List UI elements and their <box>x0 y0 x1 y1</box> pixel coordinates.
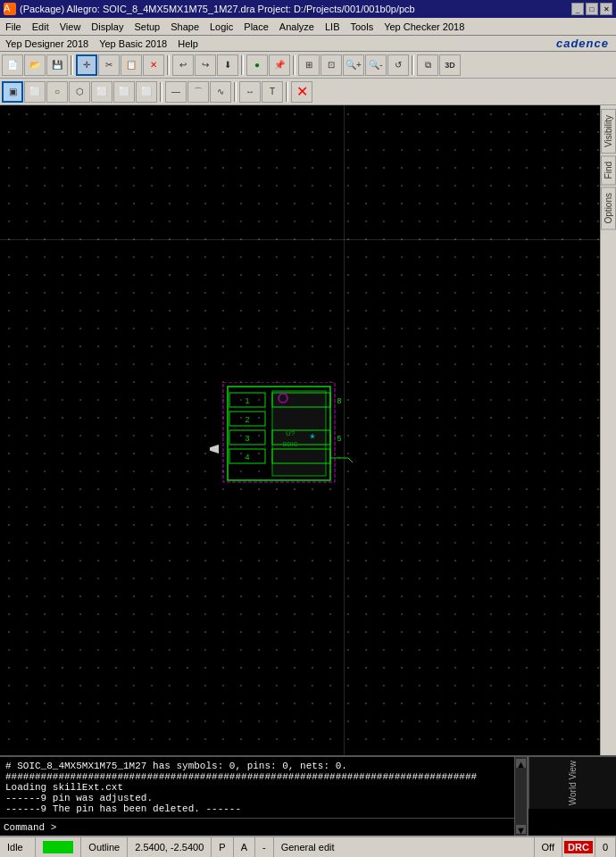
worldview-canvas <box>529 809 616 836</box>
pcb-component: 1 2 3 4 8 5 - U? SOIC * <box>210 382 370 485</box>
menu-display[interactable]: Display <box>86 20 129 34</box>
menu-tools[interactable]: Tools <box>345 20 379 34</box>
copy-button[interactable]: 📋 <box>121 54 142 76</box>
pin-button[interactable]: 📌 <box>269 54 290 76</box>
submenu-yep-basic[interactable]: Yep Basic 2018 <box>94 37 172 50</box>
menu-logic[interactable]: Logic <box>204 20 238 34</box>
arc-button[interactable]: ⌒ <box>187 81 209 103</box>
sidebar-tab-options[interactable]: Options <box>601 187 616 229</box>
run-button[interactable]: ● <box>246 54 268 76</box>
menu-setup[interactable]: Setup <box>129 20 165 34</box>
zoom-fit-button[interactable]: ⊞ <box>298 54 320 76</box>
status-general-edit: General edit <box>274 837 535 857</box>
redo-button[interactable]: ↪ <box>195 54 216 76</box>
dash-label: - <box>262 842 266 853</box>
scroll-up[interactable]: ▲ <box>516 759 526 768</box>
rect-button[interactable]: ⬜ <box>24 81 46 103</box>
status-drc: DRC <box>562 837 595 857</box>
flash-button[interactable]: ⬜ <box>113 81 135 103</box>
sidebar-tab-visibility[interactable]: Visibility <box>601 109 616 154</box>
svg-text:-: - <box>338 453 341 462</box>
worldview-panel: World View <box>527 757 616 836</box>
status-dash: - <box>255 837 274 857</box>
sep8 <box>286 82 288 102</box>
zoom-prev-button[interactable]: ↺ <box>387 54 409 76</box>
sidebar-tab-find[interactable]: Find <box>601 155 616 185</box>
scroll-track <box>515 770 527 823</box>
status-num: 0 <box>595 837 616 857</box>
zoom-out-button[interactable]: 🔍- <box>365 54 387 76</box>
menu-shape[interactable]: Shape <box>165 20 204 34</box>
title-bar: A (Package) Allegro: SOIC_8_4MX5MX1M75_1… <box>0 0 616 18</box>
menu-lib[interactable]: LIB <box>320 20 345 34</box>
save-button[interactable]: 💾 <box>46 54 68 76</box>
menu-yep-checker[interactable]: Yep Checker 2018 <box>379 20 470 34</box>
status-a: A <box>234 837 255 857</box>
window-controls[interactable]: _ □ ✕ <box>571 3 612 15</box>
console-scrollbar[interactable]: ▲ ▼ <box>514 757 527 836</box>
undo-button[interactable]: ↩ <box>172 54 194 76</box>
idle-label: Idle <box>7 842 23 853</box>
menu-analyze[interactable]: Analyze <box>274 20 320 34</box>
sep4 <box>293 55 296 75</box>
line-button[interactable]: — <box>165 81 187 103</box>
console-input[interactable] <box>60 822 511 833</box>
status-p: P <box>212 837 233 857</box>
circle-button[interactable]: ○ <box>46 81 68 103</box>
svg-line-23 <box>348 458 353 462</box>
measure-button[interactable]: ↔ <box>239 81 261 103</box>
status-green <box>36 837 81 857</box>
menu-file[interactable]: File <box>0 20 27 34</box>
status-outline: Outline <box>81 837 128 857</box>
console-line-5: ------9 The pin has been deleted. ------ <box>5 803 509 814</box>
path-button[interactable]: ⬜ <box>91 81 112 103</box>
crosshair-horizontal <box>0 239 600 240</box>
shape-button[interactable]: ⬜ <box>136 81 157 103</box>
menu-view[interactable]: View <box>54 20 87 34</box>
svg-text:8: 8 <box>337 396 341 405</box>
maximize-button[interactable]: □ <box>586 3 598 15</box>
drc-num: 0 <box>603 842 608 853</box>
toolbar1: 📄 📂 💾 ✛ ✂ 📋 ✕ ↩ ↪ ⬇ ● 📌 ⊞ ⊡ 🔍+ 🔍- ↺ ⧉ 3D <box>0 52 616 79</box>
canvas-area[interactable]: 1 2 3 4 8 5 - U? SOIC * <box>0 105 600 755</box>
new-button[interactable]: 📄 <box>2 54 23 76</box>
console-input-bar[interactable]: Command > <box>0 818 514 836</box>
svg-text:5: 5 <box>337 434 341 443</box>
text-button[interactable]: T <box>262 81 283 103</box>
layer-button[interactable]: ⧉ <box>417 54 438 76</box>
select-button[interactable]: ▣ <box>2 81 23 103</box>
wave-button[interactable]: ∿ <box>210 81 231 103</box>
right-sidebar: Visibility Find Options <box>600 105 616 755</box>
zoom-in-button[interactable]: 🔍+ <box>343 54 364 76</box>
close-button[interactable]: ✕ <box>600 3 612 15</box>
submenu-help[interactable]: Help <box>172 37 204 50</box>
drc-label: DRC <box>564 841 593 853</box>
zoom-area-button[interactable]: ⊡ <box>320 54 342 76</box>
snap-button[interactable]: ✛ <box>76 54 97 76</box>
cut-button[interactable]: ✂ <box>98 54 120 76</box>
sep1 <box>71 55 73 75</box>
minimize-button[interactable]: _ <box>571 3 584 15</box>
sep6 <box>160 82 162 102</box>
xhatch-button[interactable]: ✕ <box>291 81 312 103</box>
console-output: # SOIC_8_4MX5MX1M75_1M27 has symbols: 0,… <box>0 757 514 816</box>
sub-menu-bar: Yep Designer 2018 Yep Basic 2018 Help ca… <box>0 36 616 52</box>
menu-edit[interactable]: Edit <box>27 20 54 34</box>
status-bar: Idle Outline 2.5400, -2.5400 P A - Gener… <box>0 836 616 857</box>
delete-button[interactable]: ✕ <box>143 54 164 76</box>
console-area: # SOIC_8_4MX5MX1M75_1M27 has symbols: 0,… <box>0 755 616 836</box>
console-prompt: Command > <box>4 822 56 833</box>
open-button[interactable]: 📂 <box>24 54 46 76</box>
poly-button[interactable]: ⬡ <box>69 81 90 103</box>
off-label: Off <box>542 842 554 853</box>
scroll-down[interactable]: ▼ <box>516 825 526 834</box>
menu-place[interactable]: Place <box>238 20 274 34</box>
svg-text:SOIC: SOIC <box>282 441 297 447</box>
3d-button[interactable]: 3D <box>439 54 461 76</box>
console-line-4: ------9 pin was adjusted. <box>5 793 509 803</box>
down-button[interactable]: ⬇ <box>217 54 238 76</box>
svg-text:2: 2 <box>245 415 249 424</box>
a-label: A <box>241 842 247 853</box>
submenu-yep-designer[interactable]: Yep Designer 2018 <box>0 37 94 50</box>
svg-text:3: 3 <box>245 434 249 443</box>
